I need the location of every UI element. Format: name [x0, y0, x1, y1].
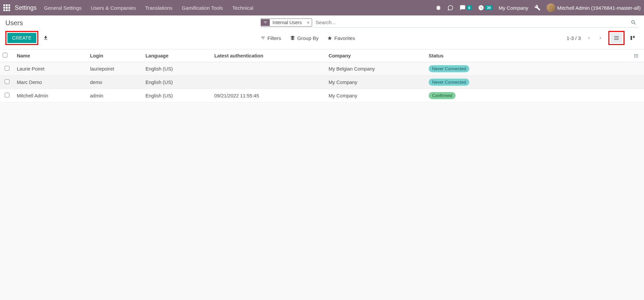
optional-columns-icon[interactable] — [633, 53, 641, 58]
table-row[interactable]: Laurie Poiret lauriepoiret English (US) … — [0, 62, 644, 76]
col-optional — [631, 49, 644, 62]
svg-point-1 — [634, 55, 635, 56]
highlight-list-view — [608, 31, 625, 45]
svg-rect-4 — [636, 55, 638, 56]
select-all-header — [0, 49, 14, 62]
svg-rect-3 — [636, 54, 638, 54]
list-view-button[interactable] — [610, 33, 622, 43]
users-table: Name Login Language Latest authenticatio… — [0, 49, 644, 102]
cell-company: My Belgian Company — [326, 62, 426, 76]
nav-menu: General Settings Users & Companies Trans… — [44, 5, 435, 11]
table-row[interactable]: Mitchell Admin admin English (US) 09/21/… — [0, 89, 644, 102]
messages-icon[interactable]: 6 — [460, 5, 472, 11]
table-row[interactable]: Marc Demo demo English (US) My Company N… — [0, 76, 644, 89]
search-icon[interactable] — [629, 19, 639, 26]
cell-status: Confirmed — [426, 89, 631, 102]
cell-latest-auth: 09/21/2022 11:55:45 — [212, 89, 326, 102]
pager-text: 1-3 / 3 — [566, 35, 581, 41]
table-header-row: Name Login Language Latest authenticatio… — [0, 49, 644, 62]
highlight-create: CREATE — [5, 31, 38, 45]
filters-dropdown[interactable]: Filters — [261, 35, 281, 41]
svg-point-2 — [634, 56, 635, 57]
cell-language: English (US) — [143, 89, 212, 102]
row-checkbox[interactable] — [5, 93, 9, 97]
cell-name: Marc Demo — [14, 76, 87, 89]
nav-general-settings[interactable]: General Settings — [44, 5, 82, 11]
svg-rect-5 — [636, 57, 638, 57]
facet-label: Internal Users — [270, 19, 304, 26]
nav-translations[interactable]: Translations — [145, 5, 172, 11]
col-header-name[interactable]: Name — [14, 49, 87, 62]
cell-name: Laurie Poiret — [14, 62, 87, 76]
groupby-label: Group By — [297, 35, 318, 41]
row-checkbox[interactable] — [5, 66, 9, 71]
col-header-company[interactable]: Company — [326, 49, 426, 62]
control-panel: Users Internal Users × CREATE — [0, 15, 644, 49]
search-facet: Internal Users × — [261, 18, 312, 27]
cell-name: Mitchell Admin — [14, 89, 87, 102]
navbar-brand[interactable]: Settings — [15, 4, 37, 11]
view-switcher — [608, 31, 639, 45]
filters-label: Filters — [267, 35, 281, 41]
support-icon[interactable] — [447, 5, 454, 11]
activities-icon[interactable]: 39 — [478, 5, 492, 11]
row-checkbox[interactable] — [5, 79, 9, 84]
pager-next-icon[interactable] — [597, 36, 604, 40]
cell-login: admin — [87, 89, 143, 102]
cell-status: Never Connected — [426, 76, 631, 89]
nav-technical[interactable]: Technical — [232, 5, 254, 11]
status-badge: Confirmed — [429, 92, 456, 99]
bug-icon[interactable] — [435, 5, 441, 11]
import-button[interactable] — [42, 34, 50, 42]
kanban-view-button[interactable] — [627, 33, 639, 43]
pager-prev-icon[interactable] — [586, 36, 592, 40]
breadcrumb: Users — [5, 19, 261, 27]
create-button[interactable]: CREATE — [7, 33, 36, 43]
user-label: Mitchell Admin (19476841-master-all) — [557, 5, 641, 11]
cell-company: My Company — [326, 76, 426, 89]
company-switcher[interactable]: My Company — [499, 5, 528, 11]
svg-point-0 — [634, 54, 635, 55]
avatar — [547, 3, 555, 12]
select-all-checkbox[interactable] — [3, 53, 7, 57]
cell-language: English (US) — [143, 76, 212, 89]
search-bar[interactable]: Internal Users × — [261, 18, 639, 28]
company-label: My Company — [499, 5, 528, 11]
groupby-dropdown[interactable]: Group By — [290, 35, 318, 41]
cell-latest-auth — [212, 62, 326, 76]
activities-badge: 39 — [485, 5, 492, 10]
nav-users-companies[interactable]: Users & Companies — [91, 5, 136, 11]
cell-login: lauriepoiret — [87, 62, 143, 76]
cell-language: English (US) — [143, 62, 212, 76]
tools-icon[interactable] — [534, 5, 541, 11]
apps-icon[interactable] — [3, 4, 10, 11]
cell-login: demo — [87, 76, 143, 89]
facet-remove-icon[interactable]: × — [304, 20, 312, 25]
favorites-label: Favorites — [334, 35, 355, 41]
col-header-language[interactable]: Language — [143, 49, 212, 62]
col-header-latest-auth[interactable]: Latest authentication — [212, 49, 326, 62]
cell-latest-auth — [212, 76, 326, 89]
status-badge: Never Connected — [429, 79, 469, 86]
user-menu[interactable]: Mitchell Admin (19476841-master-all) — [547, 3, 641, 12]
col-header-login[interactable]: Login — [87, 49, 143, 62]
cell-company: My Company — [326, 89, 426, 102]
cell-status: Never Connected — [426, 62, 631, 76]
filter-icon — [261, 19, 270, 26]
main-navbar: Settings General Settings Users & Compan… — [0, 0, 644, 15]
favorites-dropdown[interactable]: Favorites — [327, 35, 355, 41]
status-badge: Never Connected — [429, 65, 469, 72]
nav-gamification[interactable]: Gamification Tools — [182, 5, 223, 11]
messages-badge: 6 — [467, 5, 472, 10]
col-header-status[interactable]: Status — [426, 49, 631, 62]
search-input[interactable] — [314, 18, 629, 27]
nav-right: 6 39 My Company Mitchell Admin (19476841… — [435, 3, 641, 12]
